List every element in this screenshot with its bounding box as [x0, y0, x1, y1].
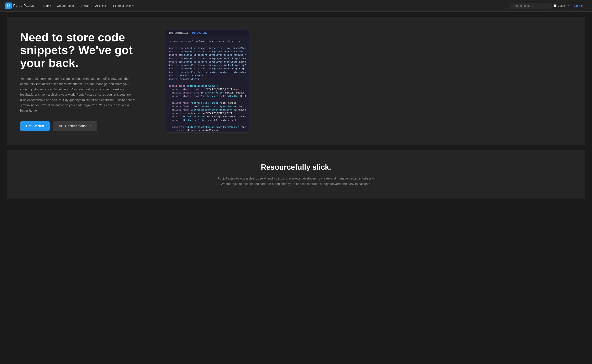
features-section: Resourcefully slick. PonjoPastes boasts …: [7, 150, 585, 199]
search-area: Content? Search: [510, 3, 587, 9]
nav-item-api-docs[interactable]: API Docs: [93, 3, 110, 9]
hero-buttons: Get Started API Documentation ↗: [20, 121, 153, 131]
svg-rect-1: [8, 4, 10, 6]
hero-title: Need to store code snippets? We've got y…: [20, 31, 153, 69]
chevron-down-icon: ▾: [132, 5, 133, 7]
code-panel-id: ID: ap6M6Aoli: [169, 32, 188, 34]
get-started-button[interactable]: Get Started: [20, 121, 50, 131]
features-title: Resourcefully slick.: [20, 163, 572, 172]
svg-rect-3: [8, 6, 10, 7]
code-body: package com.sedmelluq.lava.extensions.yo…: [166, 37, 249, 132]
external-link-icon: ↗: [89, 125, 92, 128]
direct-url-link[interactable]: Direct URL: [192, 32, 207, 34]
brand-logo[interactable]: Ponjo.Pastes: [5, 2, 34, 9]
content-filter-label[interactable]: Content?: [553, 4, 569, 7]
brand-icon: [5, 2, 12, 9]
features-description: PonjoPastes boasts a clean, user-friendl…: [215, 176, 377, 186]
navbar: Ponjo.Pastes Home Create Paste Browse AP…: [0, 0, 592, 12]
hero-section: Need to store code snippets? We've got y…: [7, 17, 585, 145]
hero-left: Need to store code snippets? We've got y…: [20, 31, 153, 131]
code-panel-header: ID: ap6M6Aoli | Direct URL: [166, 30, 249, 37]
api-docs-button[interactable]: API Documentation ↗: [53, 121, 97, 131]
code-panel: ID: ap6M6Aoli | Direct URL package com.s…: [166, 29, 249, 133]
search-button[interactable]: Search: [571, 3, 587, 9]
nav-item-browse[interactable]: Browse: [77, 3, 92, 9]
nav-item-external-links[interactable]: External Links ▾: [111, 3, 136, 9]
nav-links: Home Create Paste Browse API Docs Extern…: [41, 3, 510, 9]
search-input[interactable]: [510, 3, 552, 9]
brand-name: Ponjo.Pastes: [13, 4, 34, 8]
code-content: package com.sedmelluq.lava.extensions.yo…: [169, 40, 246, 132]
hero-description: Your go-to platform for sharing code sni…: [20, 76, 137, 113]
nav-item-home[interactable]: Home: [41, 3, 53, 9]
svg-rect-2: [7, 6, 8, 7]
content-filter-checkbox[interactable]: [553, 4, 556, 7]
svg-rect-0: [7, 4, 8, 6]
nav-item-create-paste[interactable]: Create Paste: [54, 3, 77, 9]
